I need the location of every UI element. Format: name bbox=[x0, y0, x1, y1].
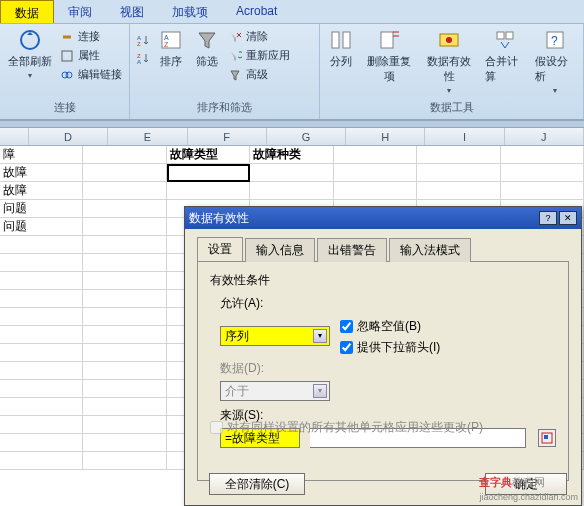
text-to-columns-button[interactable]: 分列 bbox=[324, 26, 358, 71]
dtab-settings[interactable]: 设置 bbox=[197, 237, 243, 261]
dtab-input-msg[interactable]: 输入信息 bbox=[245, 238, 315, 262]
cell[interactable] bbox=[83, 182, 166, 200]
cell[interactable] bbox=[83, 236, 166, 254]
dropdown-checkbox[interactable]: 提供下拉箭头(I) bbox=[340, 339, 440, 356]
properties-button[interactable]: 属性 bbox=[58, 47, 124, 64]
sort-za-button[interactable]: ZA bbox=[134, 50, 152, 66]
clear-all-button[interactable]: 全部清除(C) bbox=[209, 473, 305, 495]
cell[interactable]: 问题 bbox=[0, 218, 83, 236]
cell[interactable] bbox=[83, 326, 166, 344]
tab-acrobat[interactable]: Acrobat bbox=[222, 0, 291, 23]
cell[interactable] bbox=[334, 182, 417, 200]
cell[interactable] bbox=[501, 182, 584, 200]
cell[interactable] bbox=[0, 290, 83, 308]
filter-button[interactable]: 筛选 bbox=[190, 26, 224, 71]
cell[interactable] bbox=[0, 236, 83, 254]
cell[interactable] bbox=[0, 380, 83, 398]
cell[interactable]: 障 bbox=[0, 146, 83, 164]
allow-select[interactable]: 序列 ▾ bbox=[220, 326, 330, 346]
cell[interactable] bbox=[334, 164, 417, 182]
cell[interactable] bbox=[0, 344, 83, 362]
data-validation-button[interactable]: 数据有效性 ▾ bbox=[420, 26, 478, 97]
cell[interactable]: 故障类型 bbox=[167, 146, 250, 164]
remove-dup-icon bbox=[377, 28, 401, 52]
cell[interactable] bbox=[83, 362, 166, 380]
cell[interactable] bbox=[83, 308, 166, 326]
cell[interactable]: 故障种类 bbox=[250, 146, 333, 164]
cell[interactable] bbox=[250, 164, 333, 182]
connections-button[interactable]: 连接 bbox=[58, 28, 124, 45]
cell[interactable] bbox=[83, 452, 166, 470]
cell[interactable] bbox=[83, 200, 166, 218]
dialog-titlebar[interactable]: 数据有效性 ? ✕ bbox=[185, 207, 581, 229]
cell[interactable] bbox=[167, 182, 250, 200]
cell[interactable] bbox=[83, 380, 166, 398]
cell[interactable] bbox=[83, 254, 166, 272]
cell[interactable] bbox=[83, 164, 166, 182]
tab-review[interactable]: 审阅 bbox=[54, 0, 106, 23]
cell[interactable] bbox=[417, 164, 500, 182]
cell[interactable] bbox=[0, 434, 83, 452]
dtab-error-alert[interactable]: 出错警告 bbox=[317, 238, 387, 262]
sort-az-icon: AZ bbox=[136, 33, 150, 47]
col-header[interactable]: J bbox=[505, 128, 584, 145]
col-header[interactable]: F bbox=[188, 128, 267, 145]
cell[interactable] bbox=[417, 146, 500, 164]
cell[interactable] bbox=[334, 146, 417, 164]
cell[interactable] bbox=[83, 146, 166, 164]
cell[interactable] bbox=[501, 146, 584, 164]
cell[interactable] bbox=[83, 398, 166, 416]
cell[interactable] bbox=[0, 398, 83, 416]
tab-view[interactable]: 视图 bbox=[106, 0, 158, 23]
refresh-all-button[interactable]: 全部刷新 ▾ bbox=[4, 26, 56, 82]
tab-addins[interactable]: 加载项 bbox=[158, 0, 222, 23]
whatif-button[interactable]: ? 假设分析 ▾ bbox=[531, 26, 579, 97]
cell[interactable] bbox=[167, 164, 251, 182]
col-header[interactable]: H bbox=[346, 128, 425, 145]
col-header[interactable]: D bbox=[29, 128, 108, 145]
dialog-title: 数据有效性 bbox=[189, 210, 249, 227]
cell[interactable] bbox=[250, 182, 333, 200]
cell[interactable] bbox=[0, 326, 83, 344]
dtab-ime[interactable]: 输入法模式 bbox=[389, 238, 471, 262]
cell[interactable]: 故障 bbox=[0, 182, 83, 200]
edit-links-button[interactable]: 编辑链接 bbox=[58, 66, 124, 83]
clear-filter-button[interactable]: 清除 bbox=[226, 28, 292, 45]
cell[interactable] bbox=[0, 452, 83, 470]
cell[interactable] bbox=[417, 182, 500, 200]
cell[interactable] bbox=[501, 164, 584, 182]
advanced-button[interactable]: 高级 bbox=[226, 66, 292, 83]
cell[interactable] bbox=[0, 362, 83, 380]
range-selector-button[interactable] bbox=[538, 429, 556, 447]
cell[interactable] bbox=[0, 272, 83, 290]
reapply-button[interactable]: 重新应用 bbox=[226, 47, 292, 64]
col-header[interactable]: I bbox=[425, 128, 504, 145]
cell[interactable] bbox=[83, 290, 166, 308]
cell[interactable] bbox=[0, 254, 83, 272]
cell[interactable] bbox=[83, 344, 166, 362]
sort-button[interactable]: AZ 排序 bbox=[154, 26, 188, 71]
cell[interactable] bbox=[83, 434, 166, 452]
sort-az-button[interactable]: AZ bbox=[134, 32, 152, 48]
col-header[interactable]: E bbox=[108, 128, 187, 145]
group-datatools-label: 数据工具 bbox=[324, 98, 579, 117]
funnel-icon bbox=[195, 28, 219, 52]
ignore-blank-checkbox[interactable]: 忽略空值(B) bbox=[340, 318, 440, 335]
remove-duplicates-button[interactable]: 删除重复项 bbox=[360, 26, 418, 86]
cell[interactable] bbox=[0, 416, 83, 434]
group-connections: 全部刷新 ▾ 连接 属性 编辑链接 连接 bbox=[0, 24, 130, 119]
cell[interactable] bbox=[0, 308, 83, 326]
tab-data[interactable]: 数据 bbox=[0, 0, 54, 23]
consolidate-button[interactable]: 合并计算 bbox=[481, 26, 529, 86]
cell[interactable] bbox=[83, 416, 166, 434]
col-header[interactable] bbox=[0, 128, 29, 145]
cell[interactable]: 故障 bbox=[0, 164, 83, 182]
sort-za-icon: ZA bbox=[136, 51, 150, 65]
close-button[interactable]: ✕ bbox=[559, 211, 577, 225]
cell[interactable] bbox=[83, 218, 166, 236]
cell[interactable] bbox=[83, 272, 166, 290]
col-header[interactable]: G bbox=[267, 128, 346, 145]
help-button[interactable]: ? bbox=[539, 211, 557, 225]
connections-label: 连接 bbox=[78, 29, 100, 44]
cell[interactable]: 问题 bbox=[0, 200, 83, 218]
